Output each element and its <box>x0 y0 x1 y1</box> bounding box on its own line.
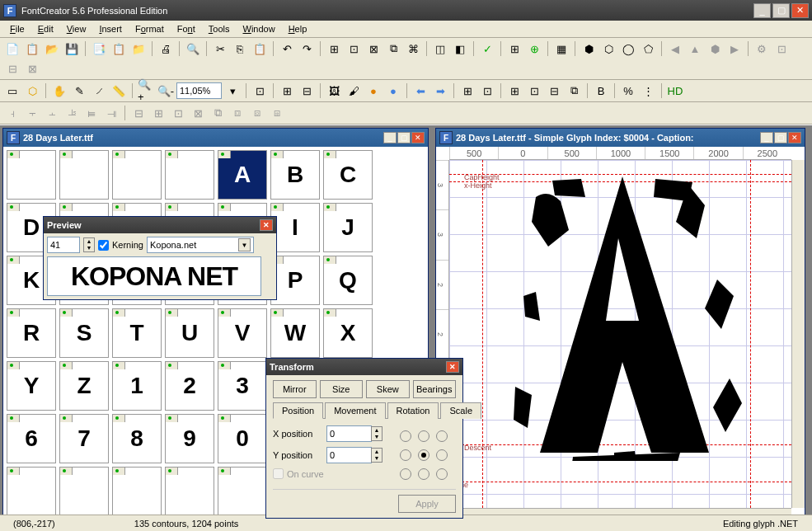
color-icon[interactable]: ● <box>364 82 383 100</box>
guide-a-icon[interactable]: ⊞ <box>505 82 523 100</box>
oncurve-checkbox[interactable] <box>273 468 284 479</box>
fit-icon[interactable]: ⊡ <box>251 82 269 100</box>
zoom-in-icon[interactable]: 🔍+ <box>137 82 155 100</box>
ypos-input[interactable] <box>326 447 372 463</box>
arrow-right-icon[interactable]: ➡ <box>431 82 449 100</box>
grid-a-icon[interactable]: ⊞ <box>278 82 296 100</box>
glyph-cell[interactable]: 7 <box>59 414 109 463</box>
dist-a-icon[interactable]: ⊟ <box>129 104 148 122</box>
glyph-cell[interactable]: X <box>323 308 373 358</box>
editor-max-button[interactable]: ▢ <box>774 132 787 143</box>
menu-format[interactable]: Format <box>129 22 171 35</box>
hd-icon[interactable]: HD <box>666 82 684 100</box>
preview-size-input[interactable] <box>47 237 80 253</box>
align-c-icon[interactable]: ⫠ <box>43 104 61 122</box>
grid-icon[interactable]: ⊞ <box>458 82 476 100</box>
glyph-cell[interactable] <box>112 150 162 200</box>
glyph-cell[interactable]: A <box>218 150 267 200</box>
lasso-icon[interactable]: ⬡ <box>23 82 41 100</box>
tool-u-icon[interactable]: ⊟ <box>3 59 21 78</box>
mirror-button[interactable]: Mirror <box>273 380 317 398</box>
menu-help[interactable]: Help <box>282 22 314 35</box>
font-combo[interactable]: Kopona.net ▼ <box>147 237 254 253</box>
align-b-icon[interactable]: ⫟ <box>23 104 41 122</box>
open-icon[interactable]: 📂 <box>43 40 61 58</box>
ypos-spinner[interactable]: ▲▼ <box>371 448 383 463</box>
minimize-button[interactable]: _ <box>753 3 771 18</box>
glyph-cell[interactable]: J <box>323 203 373 252</box>
zoom-dropdown-icon[interactable]: ▾ <box>223 82 242 100</box>
kerning-checkbox[interactable] <box>98 240 109 251</box>
tool-d-icon[interactable]: ⧉ <box>384 40 402 58</box>
glyph-cell[interactable]: 2 <box>165 361 214 411</box>
pen-icon[interactable]: ✎ <box>70 82 88 100</box>
color2-icon[interactable]: ● <box>384 82 402 100</box>
canvas-inner[interactable]: CapHeight x-Height Descent eline <box>449 160 791 508</box>
menu-window[interactable]: Window <box>236 22 281 35</box>
close-button[interactable]: ✕ <box>791 3 809 18</box>
transform-close-button[interactable]: ✕ <box>446 361 459 373</box>
editor-close-button[interactable]: ✕ <box>788 132 801 143</box>
glyph-cell[interactable]: 0 <box>218 414 267 463</box>
tab-scale[interactable]: Scale <box>440 402 481 419</box>
tool-f-icon[interactable]: ◫ <box>431 40 449 58</box>
glyph-cell[interactable]: C <box>323 150 373 200</box>
tab-rotation[interactable]: Rotation <box>387 402 439 419</box>
glyph-cell[interactable]: Y <box>7 361 56 411</box>
glyph-cell[interactable]: R <box>7 308 56 358</box>
xpos-spinner[interactable]: ▲▼ <box>371 426 383 441</box>
glyph-cell[interactable]: W <box>270 308 320 358</box>
glyph-cell[interactable]: 3 <box>218 361 267 411</box>
transform-header[interactable]: Transform ✕ <box>266 359 462 375</box>
glyph-cell[interactable]: I <box>270 203 320 252</box>
dist-e-icon[interactable]: ⧉ <box>209 104 227 122</box>
tool-p-icon[interactable]: ▲ <box>686 40 704 58</box>
apply-button[interactable]: Apply <box>398 495 456 513</box>
tool-g-icon[interactable]: ◧ <box>451 40 469 58</box>
glyph-cell[interactable] <box>7 467 56 516</box>
dist-g-icon[interactable]: ⧇ <box>248 104 266 122</box>
glyph-cell[interactable] <box>218 467 267 516</box>
tab-position[interactable]: Position <box>273 402 323 419</box>
glyph-shape[interactable] <box>490 172 754 461</box>
glyph-cell[interactable]: B <box>270 150 320 200</box>
glyph-cell[interactable]: 9 <box>165 414 214 463</box>
percent-icon[interactable]: % <box>619 82 637 100</box>
glyph-cell[interactable] <box>165 467 214 516</box>
tool-l-icon[interactable]: ⬡ <box>599 40 617 58</box>
tool-k-icon[interactable]: ⬢ <box>580 40 598 58</box>
copy2-icon[interactable]: ⎘ <box>231 40 249 58</box>
new-icon[interactable]: 📄 <box>3 40 21 58</box>
image-icon[interactable]: 🖼 <box>325 82 343 100</box>
glyph-cell[interactable]: P <box>270 256 320 305</box>
tool-q-icon[interactable]: ⬢ <box>706 40 724 58</box>
bearings-button[interactable]: Bearings <box>413 380 457 398</box>
find-icon[interactable]: 🔍 <box>184 40 202 58</box>
editor-canvas[interactable]: units 50005001000150020002500 3322110 Ca… <box>436 147 805 521</box>
guide-c-icon[interactable]: ⊟ <box>545 82 563 100</box>
guide-d-icon[interactable]: ⧉ <box>565 82 583 100</box>
glyph-cell[interactable]: 1 <box>112 361 162 411</box>
measure-icon[interactable]: 📏 <box>110 82 128 100</box>
overview-close-button[interactable]: ✕ <box>411 132 425 143</box>
undo-icon[interactable]: ↶ <box>278 40 296 58</box>
tool-a-icon[interactable]: ⊞ <box>325 40 343 58</box>
dist-f-icon[interactable]: ⧈ <box>228 104 246 122</box>
glyph-cell[interactable]: S <box>59 308 109 358</box>
overview-max-button[interactable]: ▢ <box>397 132 411 143</box>
dist-h-icon[interactable]: ⧆ <box>268 104 286 122</box>
menu-file[interactable]: File <box>3 22 31 35</box>
glyph-cell[interactable]: V <box>218 308 267 358</box>
cut-icon[interactable]: ✂ <box>211 40 229 58</box>
editor-min-button[interactable]: _ <box>760 132 773 143</box>
tool-s-icon[interactable]: ⚙ <box>753 40 771 58</box>
tool-c-icon[interactable]: ⊠ <box>364 40 383 58</box>
tool-i-icon[interactable]: ⊕ <box>525 40 543 58</box>
nodes-icon[interactable]: ⋮ <box>639 82 657 100</box>
menu-tools[interactable]: Tools <box>202 22 237 35</box>
grid-b-icon[interactable]: ⊟ <box>298 82 316 100</box>
zoom-out-icon[interactable]: 🔍- <box>157 82 175 100</box>
align-e-icon[interactable]: ⫢ <box>82 104 101 122</box>
glyph-cell[interactable]: T <box>112 308 162 358</box>
glyph-cell[interactable]: 6 <box>7 414 56 463</box>
